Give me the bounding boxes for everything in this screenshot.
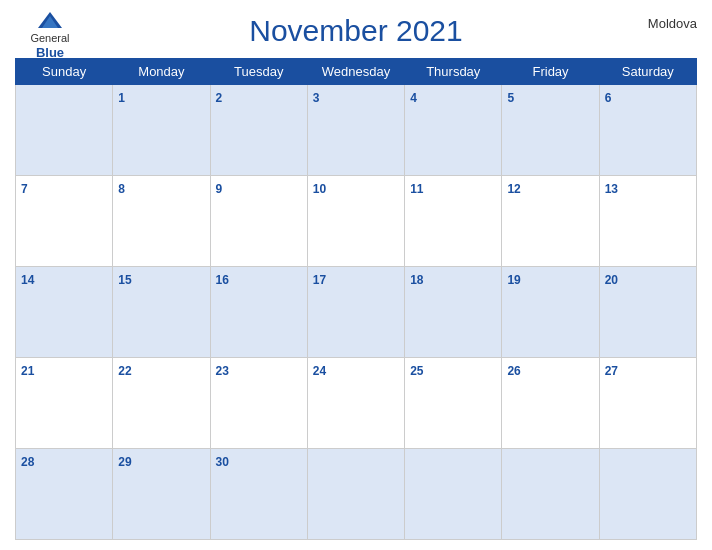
- calendar-cell: 8: [113, 176, 210, 267]
- logo-general-text: General: [30, 32, 69, 45]
- calendar-cell: 28: [16, 449, 113, 540]
- date-number: 12: [507, 182, 520, 196]
- week-row-1: 123456: [16, 85, 697, 176]
- logo-icon: [36, 10, 64, 30]
- header: General Blue November 2021 Moldova: [15, 10, 697, 52]
- calendar-table: SundayMondayTuesdayWednesdayThursdayFrid…: [15, 58, 697, 540]
- calendar-cell: 15: [113, 267, 210, 358]
- date-number: 27: [605, 364, 618, 378]
- calendar-cell: 23: [210, 358, 307, 449]
- calendar-cell: 1: [113, 85, 210, 176]
- week-row-2: 78910111213: [16, 176, 697, 267]
- day-header-tuesday: Tuesday: [210, 59, 307, 85]
- date-number: 17: [313, 273, 326, 287]
- logo: General Blue: [15, 10, 85, 61]
- month-title: November 2021: [249, 14, 462, 48]
- date-number: 29: [118, 455, 131, 469]
- date-number: 8: [118, 182, 125, 196]
- day-headers-row: SundayMondayTuesdayWednesdayThursdayFrid…: [16, 59, 697, 85]
- calendar-cell: 5: [502, 85, 599, 176]
- calendar-cell: 10: [307, 176, 404, 267]
- date-number: 10: [313, 182, 326, 196]
- calendar-cell: 17: [307, 267, 404, 358]
- day-header-monday: Monday: [113, 59, 210, 85]
- week-row-5: 282930: [16, 449, 697, 540]
- calendar-cell: 29: [113, 449, 210, 540]
- calendar-cell: 13: [599, 176, 696, 267]
- date-number: 6: [605, 91, 612, 105]
- calendar-cell: 26: [502, 358, 599, 449]
- day-header-saturday: Saturday: [599, 59, 696, 85]
- calendar-cell: 18: [405, 267, 502, 358]
- date-number: 18: [410, 273, 423, 287]
- date-number: 19: [507, 273, 520, 287]
- day-header-wednesday: Wednesday: [307, 59, 404, 85]
- calendar-cell: 30: [210, 449, 307, 540]
- country-label: Moldova: [648, 16, 697, 31]
- date-number: 11: [410, 182, 423, 196]
- date-number: 28: [21, 455, 34, 469]
- date-number: 1: [118, 91, 125, 105]
- date-number: 26: [507, 364, 520, 378]
- week-row-4: 21222324252627: [16, 358, 697, 449]
- calendar-cell: 14: [16, 267, 113, 358]
- calendar-cell: 7: [16, 176, 113, 267]
- calendar-cell: 19: [502, 267, 599, 358]
- calendar-cell: [599, 449, 696, 540]
- calendar-cell: [405, 449, 502, 540]
- date-number: 2: [216, 91, 223, 105]
- calendar-cell: 27: [599, 358, 696, 449]
- day-header-sunday: Sunday: [16, 59, 113, 85]
- calendar-cell: 25: [405, 358, 502, 449]
- date-number: 23: [216, 364, 229, 378]
- date-number: 20: [605, 273, 618, 287]
- calendar-cell: 6: [599, 85, 696, 176]
- date-number: 9: [216, 182, 223, 196]
- calendar-cell: 9: [210, 176, 307, 267]
- day-header-friday: Friday: [502, 59, 599, 85]
- date-number: 4: [410, 91, 417, 105]
- date-number: 5: [507, 91, 514, 105]
- calendar-cell: 22: [113, 358, 210, 449]
- calendar-cell: 4: [405, 85, 502, 176]
- date-number: 15: [118, 273, 131, 287]
- day-header-thursday: Thursday: [405, 59, 502, 85]
- date-number: 16: [216, 273, 229, 287]
- date-number: 7: [21, 182, 28, 196]
- calendar-cell: 21: [16, 358, 113, 449]
- calendar-cell: [307, 449, 404, 540]
- calendar-cell: [502, 449, 599, 540]
- calendar-cell: 24: [307, 358, 404, 449]
- date-number: 24: [313, 364, 326, 378]
- calendar-cell: 11: [405, 176, 502, 267]
- calendar-cell: [16, 85, 113, 176]
- calendar-cell: 12: [502, 176, 599, 267]
- calendar-cell: 3: [307, 85, 404, 176]
- date-number: 14: [21, 273, 34, 287]
- calendar-cell: 20: [599, 267, 696, 358]
- date-number: 25: [410, 364, 423, 378]
- date-number: 21: [21, 364, 34, 378]
- date-number: 30: [216, 455, 229, 469]
- date-number: 22: [118, 364, 131, 378]
- calendar-cell: 2: [210, 85, 307, 176]
- logo-blue-text: Blue: [36, 45, 64, 61]
- date-number: 13: [605, 182, 618, 196]
- week-row-3: 14151617181920: [16, 267, 697, 358]
- calendar-cell: 16: [210, 267, 307, 358]
- date-number: 3: [313, 91, 320, 105]
